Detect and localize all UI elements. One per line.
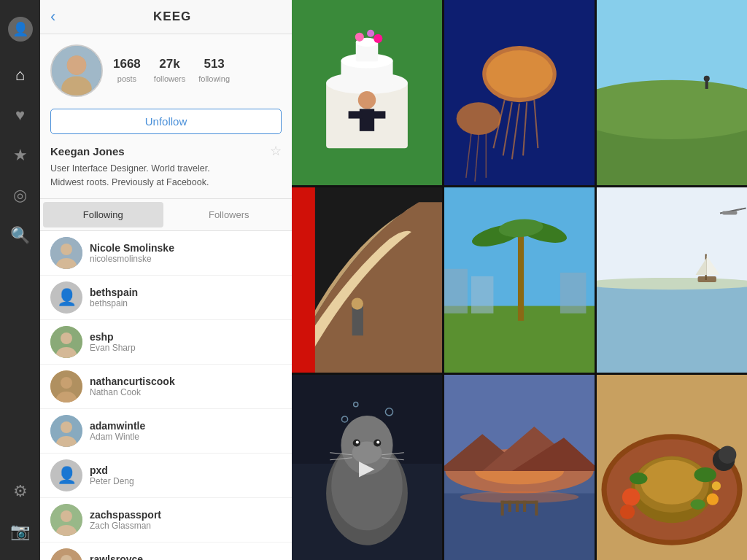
svg-rect-64 [352,306,363,336]
svg-point-130 [712,481,721,490]
grid-cell-9[interactable] [597,375,747,560]
follow-tabs: Following Followers [40,198,292,231]
svg-point-38 [355,33,364,42]
grid-image-8 [444,375,595,560]
svg-point-65 [352,298,363,309]
photo-grid: ▶ [292,0,747,560]
list-item[interactable]: zachspassport Zach Glassman [40,498,292,542]
follower-username: eshp [90,331,136,343]
camera-icon: 📷 [10,522,30,541]
list-item[interactable]: adamwintle Adam Wintle [40,409,292,454]
unfollow-button[interactable]: Unfollow [50,109,282,134]
svg-point-41 [358,91,376,109]
follower-username: Nicole Smolinske [90,242,174,254]
user-avatar: 👤 [8,17,33,42]
grid-cell-1[interactable] [292,0,442,185]
list-item[interactable]: Nicole Smolinske nicolesmolinske [40,231,292,276]
follower-avatar: 👤 [50,281,82,314]
follower-info: Nicole Smolinske nicolesmolinske [90,242,174,264]
nav-explore[interactable]: ◎ [0,175,40,215]
heart-icon: ♥ [15,106,25,125]
grid-cell-3[interactable] [597,0,747,185]
nav-search[interactable]: 🔍 [0,215,40,255]
list-item[interactable]: nathancurtiscook Nathan Cook [40,365,292,409]
grid-cell-5[interactable] [444,187,595,373]
svg-rect-44 [371,111,385,118]
follower-info: nathancurtiscook Nathan Cook [90,376,175,397]
followers-count: 27k [154,57,185,71]
profile-avatar [50,44,103,97]
svg-point-11 [61,377,72,389]
svg-point-127 [622,488,640,505]
followers-label: followers [154,74,185,83]
tab-following[interactable]: Following [43,202,163,228]
nav-settings[interactable]: ⚙ [0,471,40,511]
grid-cell-6[interactable] [597,187,747,373]
nav-home[interactable]: ⌂ [0,55,40,95]
follower-realname: nicolesmolinske [90,254,174,264]
follower-username: adamwintle [90,420,145,432]
follower-username: zachspassport [90,509,161,521]
profile-info-row: 1668 posts 27k followers 513 following [40,34,292,104]
svg-rect-77 [597,284,747,373]
profile-bio: User Interface Designer. World traveler.… [40,162,292,198]
tab-followers[interactable]: Followers [169,202,290,228]
svg-point-5 [61,244,72,255]
avatar-icon: 👤 [12,21,28,37]
search-icon: 🔍 [10,226,30,245]
follower-realname: Nathan Cook [90,387,175,397]
list-item[interactable]: rawlsroyce DANIEL RAWLINGS [40,542,292,561]
list-item[interactable]: eshp Evan Sharp [40,320,292,365]
svg-rect-79 [698,276,716,282]
explore-icon: ◎ [13,186,27,205]
followers-list: Nicole Smolinske nicolesmolinske 👤 beths… [40,231,292,561]
svg-rect-117 [523,501,526,512]
nav-avatar[interactable]: 👤 [0,9,40,49]
bookmark-icon[interactable]: ☆ [270,143,282,159]
follower-info: rawlsroyce DANIEL RAWLINGS [90,553,170,561]
nav-camera[interactable]: 📷 [0,511,40,551]
grid-image-3 [597,0,747,185]
follower-avatar [50,370,82,402]
profile-name: Keegan Jones [50,145,125,158]
follower-realname: Evan Sharp [90,343,136,353]
svg-rect-63 [292,187,315,373]
follower-avatar [50,548,82,561]
grid-cell-2[interactable] [444,0,595,185]
back-button[interactable]: ‹ [50,7,55,26]
svg-point-39 [367,30,374,37]
svg-point-61 [704,76,710,82]
profile-name-row: Keegan Jones ☆ [40,141,292,162]
follower-info: adamwintle Adam Wintle [90,420,145,442]
nav-likes[interactable]: ♥ [0,95,40,135]
svg-rect-72 [444,269,468,314]
svg-point-132 [719,446,736,464]
follower-realname: Zach Glassman [90,521,161,531]
grid-image-6 [597,187,747,373]
svg-rect-114 [535,501,538,516]
profile-topbar: ‹ KEEG [40,0,292,34]
stat-posts: 1668 posts [113,57,141,85]
follower-avatar [50,326,82,358]
list-item[interactable]: 👤 pxd Peter Deng [40,454,292,498]
follower-info: pxd Peter Deng [90,464,134,486]
follower-avatar [50,237,82,269]
grid-cell-4[interactable] [292,187,442,373]
grid-image-2 [444,0,595,185]
stat-following: 513 following [198,57,230,85]
grid-image-5 [444,187,595,373]
svg-rect-113 [501,501,504,516]
follower-avatar: 👤 [50,459,82,491]
left-nav: 👤 ⌂ ♥ ★ ◎ 🔍 ⚙ 📷 [0,0,40,560]
grid-cell-7[interactable]: ▶ [292,375,442,560]
follower-username: pxd [90,464,134,476]
follower-realname: bethspain [90,298,138,308]
svg-point-98 [356,440,359,443]
svg-rect-115 [508,501,511,512]
svg-point-125 [630,472,647,484]
grid-cell-8[interactable] [444,375,595,560]
follower-username: nathancurtiscook [90,376,175,387]
nav-starred[interactable]: ★ [0,135,40,175]
svg-point-123 [640,460,703,505]
list-item[interactable]: 👤 bethspain bethspain [40,276,292,320]
